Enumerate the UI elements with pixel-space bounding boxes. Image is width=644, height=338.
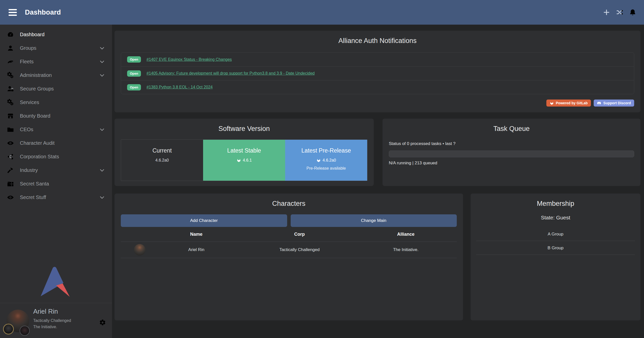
- chevron-down-icon: [99, 127, 105, 132]
- top-navbar: Dashboard: [0, 0, 644, 25]
- task-progress-bar: [389, 151, 634, 157]
- corp-logo-badge: [3, 324, 14, 334]
- header-name: Name: [148, 232, 244, 237]
- sidebar-item-fleets[interactable]: Fleets: [0, 55, 112, 68]
- share-nodes-icon: [7, 153, 14, 160]
- sidebar-item-ceos[interactable]: CEOs: [0, 123, 112, 136]
- header-alliance: Alliance: [355, 232, 457, 237]
- sidebar-item-character-audit[interactable]: Character Audit: [0, 136, 112, 150]
- stable-version: 4.6.1: [243, 158, 252, 163]
- gears-icon: [7, 72, 14, 79]
- alliance-auth-logo: [40, 265, 70, 297]
- group-list: A Group B Group: [476, 227, 635, 255]
- task-status-line: Status of 0 processed tasks • last ?: [389, 141, 634, 146]
- character-portrait: [134, 244, 145, 256]
- store-icon: [7, 113, 14, 119]
- notification-row: Open #1405 Advisory: Future development …: [121, 66, 634, 80]
- folder-icon: [7, 126, 14, 133]
- membership-panel: Membership State: Guest A Group B Group: [471, 194, 640, 320]
- gifts-icon: [7, 180, 14, 187]
- support-discord-badge[interactable]: Support Discord: [594, 100, 634, 107]
- status-badge: Open: [127, 84, 141, 90]
- eye-icon: [7, 140, 14, 147]
- discord-icon: [597, 101, 601, 105]
- change-main-button[interactable]: Change Main: [291, 214, 457, 227]
- character-row: Ariel Rin Tactically Challenged The Init…: [121, 242, 457, 258]
- sidebar-item-secret-stuff[interactable]: Secret Stuff: [0, 190, 112, 204]
- page-title: Dashboard: [25, 9, 61, 16]
- sidebar-item-corporation-stats[interactable]: Corporation Stats: [0, 150, 112, 163]
- settings-gear-icon[interactable]: [99, 319, 106, 326]
- sidebar-item-groups[interactable]: Groups: [0, 41, 112, 55]
- user-lock-icon: [7, 85, 14, 92]
- prerelease-note: Pre-Release available: [285, 166, 367, 171]
- sidebar: Dashboard Groups Fleets Administration S…: [0, 25, 112, 338]
- notification-row: Open #1407 EVE Equinox Status - Breaking…: [121, 53, 634, 66]
- alliance-logo-badge: [20, 326, 30, 336]
- chevron-down-icon: [99, 195, 105, 200]
- rocket-icon: [7, 58, 14, 65]
- sidebar-item-dashboard[interactable]: Dashboard: [0, 28, 112, 41]
- user-panel: Ariel Rin Tactically Challenged The Init…: [0, 303, 112, 338]
- notification-link[interactable]: #1407 EVE Equinox Status - Breaking Chan…: [146, 57, 232, 62]
- navbar-actions: [603, 9, 636, 16]
- sidebar-item-secure-groups[interactable]: Secure Groups: [0, 82, 112, 95]
- gauge-icon: [7, 31, 14, 38]
- software-version-title: Software Version: [115, 119, 374, 134]
- gitlab-icon: [237, 158, 241, 163]
- chevron-down-icon: [99, 167, 105, 173]
- add-icon[interactable]: [603, 9, 610, 16]
- notifications-list: Open #1407 EVE Equinox Status - Breaking…: [121, 52, 634, 94]
- task-queue-title: Task Queue: [383, 119, 640, 134]
- chevron-down-icon: [99, 45, 105, 51]
- shuffle-icon[interactable]: [616, 9, 623, 16]
- sidebar-item-services[interactable]: Services: [0, 95, 112, 109]
- group-row: B Group: [476, 241, 635, 255]
- notifications-panel: Alliance Auth Notifications Open #1407 E…: [115, 31, 640, 112]
- gears-icon: [7, 99, 14, 106]
- sidebar-item-industry[interactable]: Industry: [0, 163, 112, 177]
- character-name: Ariel Rin: [148, 247, 244, 252]
- user-alliance: The Initiative.: [33, 324, 71, 330]
- notification-link[interactable]: #1383 Python 3.8 EOL - 14 Oct 2024: [146, 85, 213, 89]
- gitlab-icon: [550, 101, 554, 105]
- version-latest-prerelease: Latest Pre-Release 4.6.2a0 Pre-Release a…: [285, 140, 367, 181]
- version-latest-stable: Latest Stable 4.6.1: [203, 140, 285, 181]
- characters-title: Characters: [115, 194, 463, 209]
- character-corp: Tactically Challenged: [244, 247, 355, 252]
- main-content: Alliance Auth Notifications Open #1407 E…: [112, 25, 644, 338]
- hammer-icon: [7, 167, 14, 174]
- character-alliance: The Initiative.: [355, 247, 457, 252]
- user-name: Ariel Rin: [33, 308, 71, 315]
- chevron-down-icon: [99, 72, 105, 78]
- gitlab-icon: [316, 158, 321, 163]
- user-corp: Tactically Challenged: [33, 317, 71, 324]
- task-queue-panel: Task Queue Status of 0 processed tasks •…: [383, 119, 640, 186]
- notification-link[interactable]: #1405 Advisory: Future development will …: [146, 71, 315, 76]
- user-icon: [7, 45, 14, 52]
- prerelease-version: 4.6.2a0: [323, 158, 336, 163]
- task-queue-line: N/A running | 213 queued: [389, 161, 634, 166]
- membership-state: State: Guest: [471, 215, 640, 221]
- sidebar-item-administration[interactable]: Administration: [0, 68, 112, 82]
- group-row: A Group: [476, 227, 635, 241]
- software-version-panel: Software Version Current 4.6.2a0 Latest …: [115, 119, 374, 186]
- sidebar-item-secret-santa[interactable]: Secret Santa: [0, 177, 112, 190]
- header-corp: Corp: [244, 232, 355, 237]
- add-character-button[interactable]: Add Character: [121, 214, 287, 227]
- characters-panel: Characters Add Character Change Main Nam…: [115, 194, 463, 320]
- membership-title: Membership: [471, 194, 640, 209]
- notifications-title: Alliance Auth Notifications: [115, 31, 640, 46]
- chevron-down-icon: [99, 59, 105, 65]
- status-badge: Open: [127, 56, 141, 63]
- status-badge: Open: [127, 70, 141, 77]
- notification-row: Open #1383 Python 3.8 EOL - 14 Oct 2024: [121, 80, 634, 94]
- hamburger-menu-icon[interactable]: [9, 8, 17, 17]
- powered-by-gitlab-badge[interactable]: Powered by GitLab: [546, 100, 591, 107]
- characters-table-header: Name Corp Alliance: [121, 227, 457, 242]
- notifications-bell-icon[interactable]: [629, 9, 636, 16]
- current-version: 4.6.2a0: [155, 158, 169, 163]
- eye-icon: [7, 194, 14, 201]
- version-current: Current 4.6.2a0: [121, 140, 203, 181]
- sidebar-item-bounty-board[interactable]: Bounty Board: [0, 109, 112, 123]
